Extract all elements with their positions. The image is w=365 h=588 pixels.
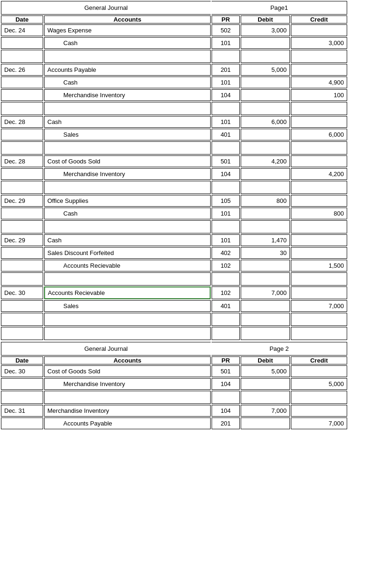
empty-cell (44, 50, 211, 63)
cell-pr: 102 (212, 260, 240, 271)
cell-credit: 800 (291, 208, 347, 219)
cell-credit (291, 195, 347, 207)
cell-account: Cost of Goods Sold (44, 155, 211, 167)
page-number: Page1 (212, 1, 347, 15)
empty-row (1, 313, 347, 326)
empty-cell (212, 313, 240, 326)
cell-credit: 5,000 (291, 378, 347, 390)
journal-row: Accounts Recievable 102 1,500 (1, 260, 347, 271)
empty-cell (44, 327, 211, 340)
cell-pr: 105 (212, 195, 240, 207)
empty-cell (241, 272, 290, 286)
col-header-accounts: Accounts (44, 15, 211, 23)
cell-pr: 401 (212, 300, 240, 312)
empty-row (1, 327, 347, 340)
cell-date (1, 89, 43, 101)
journal-row: Merchandise Inventory 104 4,200 (1, 168, 347, 180)
journal-row: Dec. 30 Cost of Goods Sold 501 5,000 (1, 365, 347, 377)
cell-debit (241, 129, 290, 140)
journal-title: General Journal (1, 1, 211, 15)
empty-cell (1, 220, 43, 233)
empty-cell (212, 181, 240, 194)
cell-date (1, 247, 43, 259)
journal-row: Merchandise Inventory 104 5,000 (1, 378, 347, 390)
cell-date (1, 208, 43, 219)
empty-cell (1, 181, 43, 194)
empty-row (1, 102, 347, 115)
cell-debit: 7,000 (241, 405, 290, 417)
empty-cell (241, 102, 290, 115)
col-header-debit: Debit (241, 15, 290, 23)
cell-pr: 104 (212, 405, 240, 417)
cell-account: Sales (44, 129, 211, 140)
cell-debit: 7,000 (241, 286, 290, 299)
cell-debit (241, 208, 290, 219)
journal-row: Dec. 30 Accounts Recievable 102 7,000 (1, 286, 347, 299)
cell-pr: 104 (212, 378, 240, 390)
empty-cell (1, 141, 43, 155)
empty-cell (212, 102, 240, 115)
cell-credit (291, 116, 347, 128)
col-header-pr: PR (212, 15, 240, 23)
cell-pr: 101 (212, 234, 240, 246)
empty-cell (291, 102, 347, 115)
journal-row: Cash 101 4,900 (1, 77, 347, 88)
cell-account: Accounts Recievable (44, 260, 211, 271)
col-header-date: Date (1, 356, 43, 364)
cell-date: Dec. 30 (1, 286, 43, 299)
empty-cell (1, 313, 43, 326)
empty-cell (212, 327, 240, 340)
empty-row (1, 50, 347, 63)
empty-cell (291, 220, 347, 233)
cell-debit: 3,000 (241, 24, 290, 36)
journal-title: General Journal (1, 342, 211, 356)
cell-date: Dec. 31 (1, 405, 43, 417)
cell-account: Merchandise Inventory (44, 168, 211, 180)
cell-credit (291, 234, 347, 246)
cell-credit: 100 (291, 89, 347, 101)
cell-credit: 6,000 (291, 129, 347, 140)
cell-account: Accounts Payable (44, 64, 211, 76)
empty-cell (241, 141, 290, 155)
cell-credit (291, 155, 347, 167)
journal-row: Dec. 26 Accounts Payable 201 5,000 (1, 64, 347, 76)
journal-row: Dec. 29 Cash 101 1,470 (1, 234, 347, 246)
empty-row (1, 272, 347, 286)
cell-pr: 101 (212, 77, 240, 88)
cell-debit: 5,000 (241, 64, 290, 76)
empty-cell (212, 272, 240, 286)
cell-account: Merchandise Inventory (44, 89, 211, 101)
empty-cell (291, 272, 347, 286)
cell-date (1, 37, 43, 49)
cell-credit (291, 24, 347, 36)
journal-row: Cash 101 800 (1, 208, 347, 219)
cell-date: Dec. 26 (1, 64, 43, 76)
cell-pr: 501 (212, 365, 240, 377)
cell-account: Cash (44, 116, 211, 128)
empty-cell (44, 181, 211, 194)
cell-account: Cash (44, 77, 211, 88)
cell-account: Cash (44, 208, 211, 219)
cell-debit: 1,470 (241, 234, 290, 246)
journal-row: Dec. 29 Office Supplies 105 800 (1, 195, 347, 207)
cell-pr: 401 (212, 129, 240, 140)
journal-row: Dec. 24 Wages Expense 502 3,000 (1, 24, 347, 36)
cell-credit: 7,000 (291, 418, 347, 429)
page-number: Page 2 (212, 342, 347, 356)
cell-debit: 4,200 (241, 155, 290, 167)
cell-debit (241, 37, 290, 49)
cell-account: Office Supplies (44, 195, 211, 207)
cell-date: Dec. 24 (1, 24, 43, 36)
column-header-row: Date Accounts PR Debit Credit (1, 356, 347, 364)
journal-row: Sales 401 6,000 (1, 129, 347, 140)
empty-row (1, 141, 347, 155)
cell-account: Sales Discount Forfeited (44, 247, 211, 259)
empty-cell (212, 141, 240, 155)
cell-pr: 101 (212, 116, 240, 128)
col-header-date: Date (1, 15, 43, 23)
empty-cell (212, 391, 240, 404)
empty-cell (44, 141, 211, 155)
empty-cell (291, 50, 347, 63)
cell-debit (241, 300, 290, 312)
empty-cell (241, 220, 290, 233)
